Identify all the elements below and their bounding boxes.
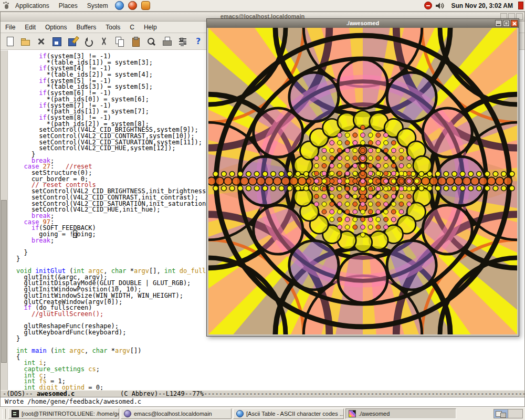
browser-icon (236, 410, 244, 417)
workspace-switcher (494, 409, 523, 418)
workspace-1[interactable] (494, 410, 508, 418)
emacs-menu-help[interactable]: Help (139, 23, 162, 32)
red-app-launcher-icon[interactable] (128, 1, 137, 10)
taskbar-handle[interactable] (2, 409, 6, 419)
modeline-fill: ----------------------------------------… (204, 390, 524, 397)
terminal-icon (12, 410, 19, 417)
task-button-terminal[interactable]: [root@TRINITROTOLUENE: /home/ge... (8, 408, 119, 419)
clock[interactable]: Sun Nov 20, 3:02 AM (448, 2, 516, 9)
new-file-icon (4, 36, 15, 47)
code-line: } (16, 336, 524, 342)
minimize-button[interactable] (495, 20, 502, 27)
web-browser-launcher-icon[interactable] (115, 1, 124, 10)
scrollbar-thumb[interactable] (1, 200, 7, 363)
volume-icon[interactable] (435, 2, 445, 10)
gnome-logo-icon[interactable] (3, 2, 10, 9)
cut-icon[interactable] (97, 35, 111, 48)
fractal-image (208, 28, 517, 334)
awesomed-window: ./awesomed (206, 18, 519, 337)
emacs-icon (124, 410, 131, 417)
emacs-menu-file[interactable]: File (1, 23, 20, 32)
search-icon (146, 36, 156, 47)
orange-app-launcher-icon[interactable] (141, 1, 150, 10)
copy-icon[interactable] (113, 35, 127, 48)
maximize-button[interactable] (503, 20, 510, 27)
code-line: capture_settings cs; (16, 366, 524, 373)
print-icon[interactable] (160, 35, 174, 48)
menu-places[interactable]: Places (55, 1, 82, 10)
paste-icon (130, 36, 141, 47)
modeline-prefix: -(DOS)-- (3, 390, 37, 397)
code-line: int c; (16, 373, 524, 379)
close-buffer-icon (36, 36, 46, 47)
workspace-2[interactable] (508, 410, 522, 418)
task-label: emacs@localhost.localdomain (134, 411, 212, 417)
awesomed-icon (349, 410, 356, 417)
notification-icon[interactable] (424, 2, 432, 9)
awesomed-window-title: ./awesomed (346, 20, 379, 26)
open-folder-icon (20, 36, 30, 47)
awesomed-titlebar-buttons (495, 20, 518, 27)
help-icon (193, 36, 204, 47)
menu-system[interactable]: System (83, 1, 112, 10)
cut-icon (99, 36, 109, 47)
code-line: { (16, 354, 524, 361)
undo-icon[interactable] (81, 35, 95, 48)
emacs-menu-edit[interactable]: Edit (20, 23, 40, 32)
task-label: [root@TRINITROTOLUENE: /home/ge... (22, 411, 119, 417)
new-file-icon[interactable] (3, 35, 16, 48)
save-icon (51, 36, 62, 47)
task-button-emacs[interactable]: emacs@localhost.localdomain (121, 408, 232, 419)
save-as-icon[interactable] (66, 35, 79, 48)
emacs-menu-tools[interactable]: Tools (101, 23, 125, 32)
paste-icon[interactable] (129, 35, 142, 48)
search-icon[interactable] (144, 35, 158, 48)
close-buffer-icon[interactable] (34, 35, 48, 48)
panel-edge-icon[interactable] (518, 2, 523, 9)
modeline-status: (C Abbrev)--L1249--77% (75, 390, 204, 397)
code-line: int digit_optind = 0; (16, 385, 524, 390)
task-label: ./awesomed (359, 411, 390, 417)
awesomed-canvas (208, 28, 517, 334)
awesomed-titlebar[interactable]: ./awesomed (207, 19, 519, 28)
taskbar: [root@TRINITROTOLUENE: /home/ge... emacs… (0, 407, 525, 420)
save-icon[interactable] (50, 35, 64, 48)
minibuffer[interactable]: Wrote /home/gene/feedback/awesomed.c (1, 397, 524, 406)
task-button-awesomed[interactable]: ./awesomed (345, 408, 456, 419)
emacs-modeline: -(DOS)-- awesomed.c (C Abbrev)--L1249--7… (1, 390, 524, 397)
help-icon[interactable] (192, 35, 205, 48)
close-button[interactable] (511, 20, 518, 27)
modeline-buffer-name: awesomed.c (37, 390, 75, 397)
code-line: int main (int argc, char *argv[]) (16, 348, 524, 354)
menu-applications[interactable]: Applications (11, 1, 54, 10)
emacs-scrollbar[interactable] (1, 50, 8, 390)
print-icon (162, 36, 172, 47)
emacs-menu-options[interactable]: Options (40, 23, 71, 32)
preferences-icon[interactable] (176, 35, 190, 48)
task-button-ascii-table[interactable]: [Ascii Table - ASCII character codes ... (233, 408, 344, 419)
open-folder-icon[interactable] (18, 35, 32, 48)
emacs-menu-buffers[interactable]: Buffers (71, 23, 101, 32)
save-as-icon (67, 36, 78, 47)
task-label: [Ascii Table - ASCII character codes ... (246, 411, 344, 417)
emacs-menu-c[interactable]: C (125, 23, 139, 32)
preferences-icon (177, 36, 188, 47)
copy-icon (114, 36, 125, 47)
undo-icon (83, 36, 93, 47)
top-panel: Applications Places System Sun Nov 20, 3… (0, 0, 525, 12)
